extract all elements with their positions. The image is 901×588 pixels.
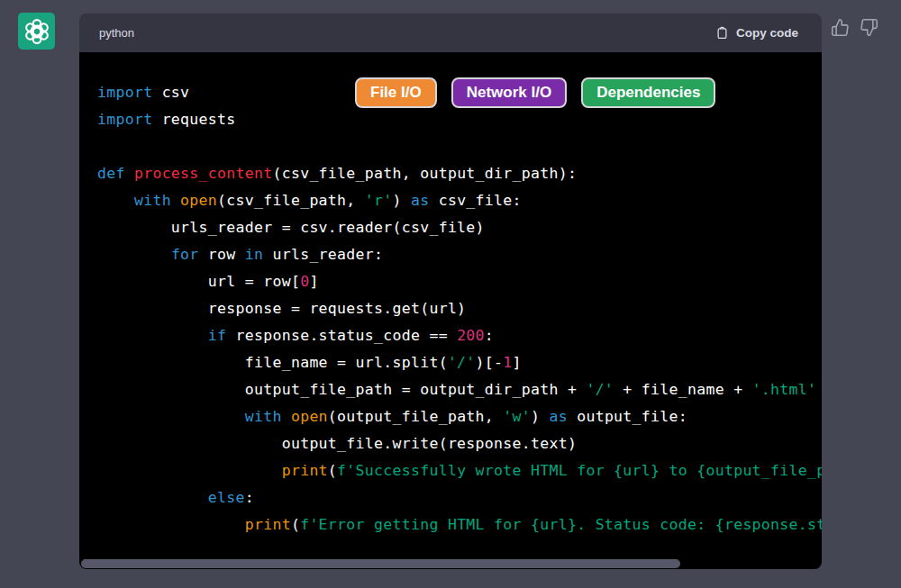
code-block-header: python Copy code (79, 14, 822, 52)
copy-code-label: Copy code (736, 26, 798, 40)
clipboard-icon (715, 25, 729, 41)
chatgpt-logo-icon (23, 18, 50, 45)
code-line (97, 133, 822, 160)
code-line: if response.status_code == 200: (97, 322, 822, 349)
code-line: with open(output_file_path, 'w') as outp… (97, 403, 822, 430)
thumbs-down-button[interactable] (860, 18, 878, 37)
code-line: with open(csv_file_path, 'r') as csv_fil… (97, 187, 822, 214)
code-content: import csvimport requests def process_co… (97, 79, 822, 538)
code-area: import csvimport requests def process_co… (79, 52, 822, 569)
code-language-label: python (99, 26, 134, 40)
code-line: output_file.write(response.text) (97, 430, 822, 457)
chatgpt-avatar (18, 13, 55, 50)
code-line: output_file_path = output_dir_path + '/'… (97, 376, 822, 403)
thumbs-down-icon (860, 18, 878, 37)
horizontal-scrollbar-thumb[interactable] (81, 559, 680, 568)
code-line: import requests (97, 106, 822, 133)
code-line: print(f'Error getting HTML for {url}. St… (97, 511, 822, 538)
copy-code-button[interactable]: Copy code (710, 24, 804, 41)
code-line: print(f'Successfully wrote HTML for {url… (97, 457, 822, 484)
code-line: for row in urls_reader: (97, 241, 822, 268)
code-line: else: (97, 484, 822, 511)
badge-file-i-o: File I/O (355, 77, 437, 108)
badge-row: File I/ONetwork I/ODependencies (355, 77, 715, 108)
code-line: file_name = url.split('/')[-1] (97, 349, 822, 376)
badge-dependencies: Dependencies (581, 77, 715, 108)
code-line: def process_content(csv_file_path, outpu… (97, 160, 822, 187)
code-line: response = requests.get(url) (97, 295, 822, 322)
code-block: python Copy code import csvimport reques… (79, 14, 822, 569)
badge-network-i-o: Network I/O (451, 77, 567, 108)
thumbs-up-icon (831, 18, 850, 37)
thumbs-up-button[interactable] (831, 18, 850, 37)
code-line: urls_reader = csv.reader(csv_file) (97, 214, 822, 241)
feedback-buttons (831, 18, 878, 37)
code-line: url = row[0] (97, 268, 822, 295)
